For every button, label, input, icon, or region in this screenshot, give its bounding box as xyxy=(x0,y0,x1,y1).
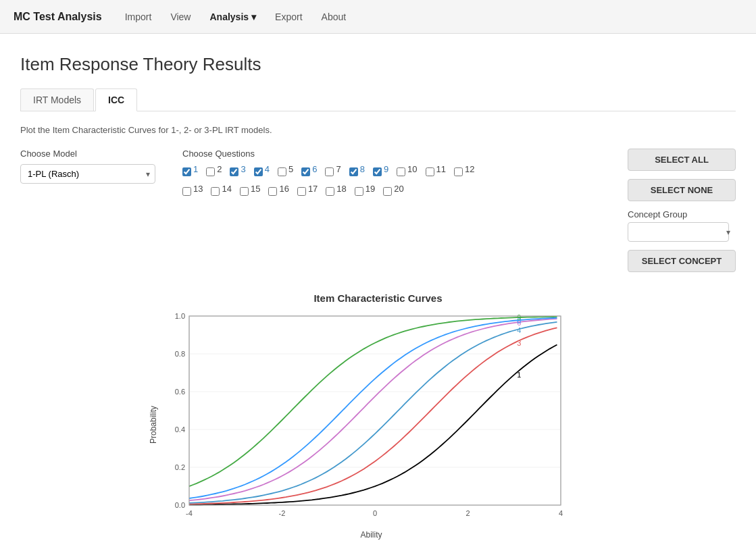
navbar: MC Test Analysis Import View Analysis ▾ … xyxy=(0,0,756,34)
svg-text:0.2: 0.2 xyxy=(174,463,184,471)
svg-text:0.6: 0.6 xyxy=(174,388,184,396)
svg-text:0.8: 0.8 xyxy=(174,350,184,358)
svg-text:0.0: 0.0 xyxy=(174,501,184,509)
dropdown-arrow-icon: ▾ xyxy=(251,11,256,22)
model-select-wrapper: 1-PL (Rasch) 2-PL 3-PL ▾ xyxy=(20,164,155,184)
question-6-checkbox[interactable] xyxy=(301,167,310,176)
questions-row-1: 1 2 3 4 5 xyxy=(182,164,601,180)
svg-text:2: 2 xyxy=(465,509,470,517)
concept-select-wrapper: ▾ xyxy=(628,222,736,242)
questions-row-2: 13 14 15 16 xyxy=(182,184,601,199)
question-4-checkbox[interactable] xyxy=(254,167,263,176)
question-9-checkbox[interactable] xyxy=(373,167,382,176)
app-brand: MC Test Analysis xyxy=(14,11,102,23)
select-concept-button[interactable]: SELECT CONCEPT xyxy=(628,250,736,272)
question-16-checkbox[interactable] xyxy=(268,187,277,196)
svg-text:4: 4 xyxy=(558,509,562,517)
svg-text:0: 0 xyxy=(372,509,376,517)
question-9: 9 xyxy=(373,164,388,180)
question-7-checkbox[interactable] xyxy=(325,167,334,176)
svg-text:4: 4 xyxy=(517,326,521,334)
controls-row: Choose Model 1-PL (Rasch) 2-PL 3-PL ▾ Ch… xyxy=(20,149,736,272)
question-18-checkbox[interactable] xyxy=(326,187,334,196)
question-7: 7 xyxy=(325,164,341,180)
svg-text:9: 9 xyxy=(517,313,521,321)
main-content: Item Response Theory Results IRT Models … xyxy=(0,34,756,549)
nav-import[interactable]: Import xyxy=(122,11,155,22)
question-17: 17 xyxy=(297,184,318,199)
tab-bar: IRT Models ICC xyxy=(20,88,736,111)
chart-title: Item Characteristic Curves xyxy=(149,292,608,304)
question-3: 3 xyxy=(230,164,245,180)
question-10: 10 xyxy=(397,164,417,180)
chart-container: Item Characteristic Curves Probability 0… xyxy=(20,292,736,540)
svg-text:3: 3 xyxy=(517,339,521,347)
svg-text:1: 1 xyxy=(517,371,521,379)
question-12: 12 xyxy=(454,164,474,180)
question-4: 4 xyxy=(254,164,270,180)
question-10-checkbox[interactable] xyxy=(397,167,405,176)
question-19-checkbox[interactable] xyxy=(355,187,363,196)
question-13: 13 xyxy=(182,184,203,199)
svg-text:0.4: 0.4 xyxy=(174,425,184,434)
question-14-checkbox[interactable] xyxy=(211,187,220,196)
question-2-checkbox[interactable] xyxy=(206,167,215,176)
concept-group-section: Concept Group ▾ xyxy=(628,209,736,242)
page-title: Item Response Theory Results xyxy=(20,54,736,75)
model-select[interactable]: 1-PL (Rasch) 2-PL 3-PL xyxy=(20,164,155,184)
tab-icc[interactable]: ICC xyxy=(95,88,137,111)
questions-label: Choose Questions xyxy=(182,149,601,159)
question-8: 8 xyxy=(349,164,365,180)
question-3-checkbox[interactable] xyxy=(230,167,238,176)
concept-group-label: Concept Group xyxy=(628,209,736,219)
question-6: 6 xyxy=(301,164,317,180)
nav-view[interactable]: View xyxy=(168,11,193,22)
chart-svg-container: 0.00.20.40.60.81.0-4-2024134689 Ability xyxy=(162,309,581,540)
question-18: 18 xyxy=(326,184,346,199)
question-1-checkbox[interactable] xyxy=(182,167,191,176)
question-20-checkbox[interactable] xyxy=(383,187,392,196)
question-12-checkbox[interactable] xyxy=(454,167,463,176)
question-1: 1 xyxy=(182,164,198,180)
question-2: 2 xyxy=(206,164,222,180)
chart-svg-wrapper: Probability 0.00.20.40.60.81.0-4-2024134… xyxy=(149,309,608,540)
question-20: 20 xyxy=(383,184,403,199)
model-group: Choose Model 1-PL (Rasch) 2-PL 3-PL ▾ xyxy=(20,149,155,184)
nav-analysis[interactable]: Analysis ▾ xyxy=(207,11,259,22)
select-all-button[interactable]: SELECT ALL xyxy=(628,149,736,171)
tab-irt-models[interactable]: IRT Models xyxy=(20,88,94,111)
x-axis-label: Ability xyxy=(162,530,581,540)
question-5-checkbox[interactable] xyxy=(278,167,286,176)
question-19: 19 xyxy=(355,184,375,199)
nav-export[interactable]: Export xyxy=(272,11,305,22)
svg-text:1.0: 1.0 xyxy=(174,312,184,320)
chart-inner: Item Characteristic Curves Probability 0… xyxy=(149,292,608,540)
right-panel: SELECT ALL SELECT NONE Concept Group ▾ S… xyxy=(628,149,736,272)
svg-text:-2: -2 xyxy=(278,509,285,517)
select-none-button[interactable]: SELECT NONE xyxy=(628,179,736,201)
question-13-checkbox[interactable] xyxy=(182,187,191,196)
svg-rect-0 xyxy=(189,316,561,505)
question-17-checkbox[interactable] xyxy=(297,187,306,196)
icc-chart: 0.00.20.40.60.81.0-4-2024134689 xyxy=(162,309,581,525)
model-label: Choose Model xyxy=(20,149,155,159)
questions-group: Choose Questions 1 2 3 xyxy=(182,149,601,199)
nav-about[interactable]: About xyxy=(319,11,349,22)
subtitle: Plot the Item Characteristic Curves for … xyxy=(20,125,736,135)
y-axis-label: Probability xyxy=(149,330,158,519)
question-15-checkbox[interactable] xyxy=(240,187,249,196)
question-5: 5 xyxy=(278,164,293,180)
question-15: 15 xyxy=(240,184,260,199)
question-8-checkbox[interactable] xyxy=(349,167,358,176)
question-11-checkbox[interactable] xyxy=(426,167,434,176)
questions-grid: 1 2 3 4 5 xyxy=(182,164,601,199)
nav-items: Import View Analysis ▾ Export About xyxy=(122,11,349,22)
svg-text:-4: -4 xyxy=(186,509,193,517)
question-14: 14 xyxy=(211,184,231,199)
concept-group-select[interactable] xyxy=(628,222,729,242)
question-11: 11 xyxy=(426,164,446,180)
question-16: 16 xyxy=(268,184,288,199)
